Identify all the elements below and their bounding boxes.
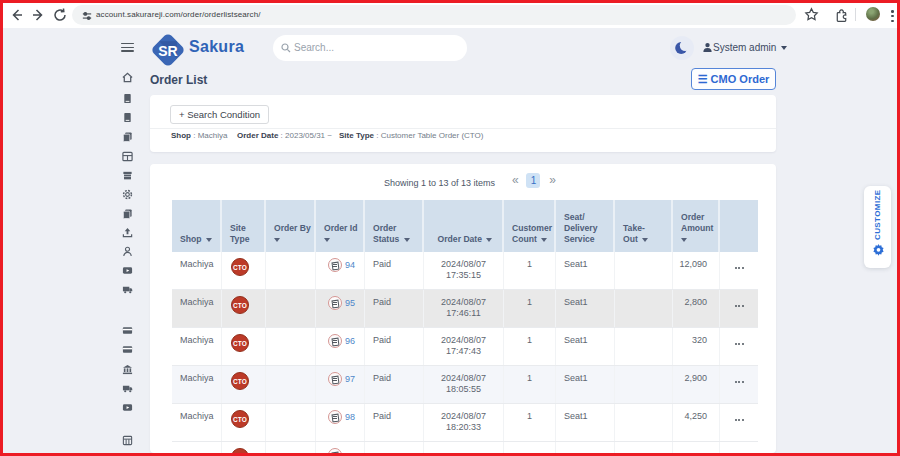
svg-text:SR: SR [158, 43, 177, 59]
